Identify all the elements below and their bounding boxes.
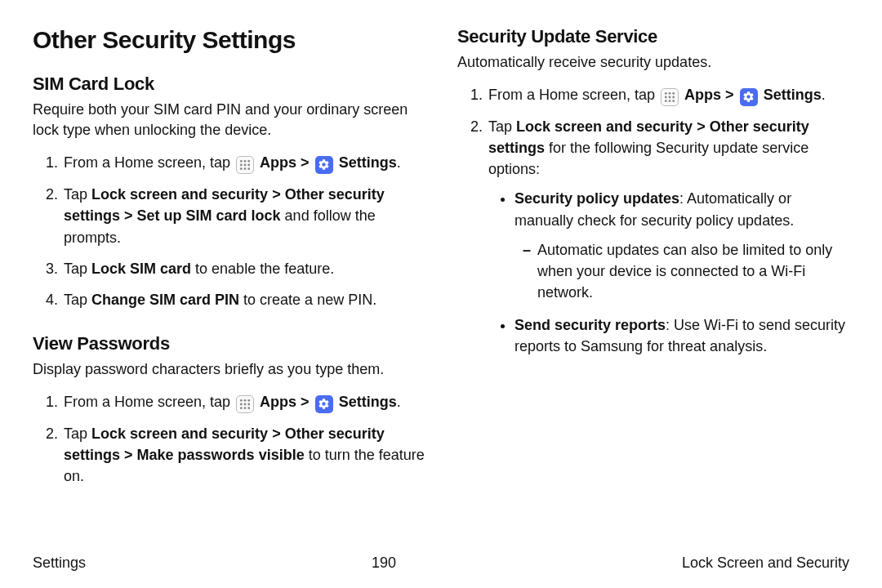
step-bold: Settings bbox=[339, 154, 397, 171]
step-text: to enable the feature. bbox=[191, 261, 334, 277]
step-text: From a Home screen, tap bbox=[64, 394, 234, 410]
step-text: . bbox=[397, 394, 401, 410]
svg-point-18 bbox=[665, 92, 667, 95]
step-text: to create a new PIN. bbox=[239, 292, 376, 308]
bullet-bold: Security policy updates bbox=[514, 190, 679, 207]
svg-point-12 bbox=[240, 403, 243, 406]
footer-right: Lock Screen and Security bbox=[682, 555, 849, 572]
bullet-item: Send security reports: Use Wi‑Fi to send… bbox=[514, 314, 849, 357]
step-bold: Apps bbox=[684, 87, 721, 103]
footer-page-number: 190 bbox=[372, 555, 396, 572]
section-heading-security-update: Security Update Service bbox=[457, 26, 849, 47]
apps-icon bbox=[236, 395, 254, 413]
section-desc: Require both your SIM card PIN and your … bbox=[33, 100, 425, 140]
step-text: Tap bbox=[64, 186, 91, 203]
step-bold: Lock screen and security bbox=[91, 425, 268, 442]
step-bold: Change SIM card PIN bbox=[91, 292, 239, 308]
chevron-icon: > bbox=[272, 186, 281, 203]
svg-point-15 bbox=[240, 407, 243, 409]
step-text: From a Home screen, tap bbox=[64, 154, 234, 171]
step-bold: Lock SIM card bbox=[91, 261, 191, 277]
step-text: Tap bbox=[64, 425, 91, 442]
svg-point-2 bbox=[247, 160, 250, 163]
dash-item: Automatic updates can also be limited to… bbox=[537, 239, 849, 303]
step-text: . bbox=[397, 154, 401, 171]
svg-point-0 bbox=[240, 160, 243, 163]
apps-icon bbox=[236, 156, 254, 174]
svg-point-13 bbox=[244, 403, 247, 406]
steps-list: From a Home screen, tap Apps > Settings.… bbox=[33, 391, 425, 487]
svg-point-23 bbox=[672, 96, 675, 99]
svg-point-9 bbox=[240, 399, 243, 402]
svg-point-26 bbox=[672, 100, 675, 102]
svg-point-24 bbox=[665, 100, 667, 102]
step-bold: Apps bbox=[260, 154, 296, 171]
step-item: Tap Lock screen and security > Other sec… bbox=[62, 184, 425, 247]
chevron-icon: > bbox=[301, 154, 310, 171]
step-bold: Set up SIM card lock bbox=[137, 207, 281, 224]
svg-point-5 bbox=[247, 164, 250, 167]
svg-point-17 bbox=[247, 407, 250, 409]
step-bold: Make passwords visible bbox=[137, 447, 305, 463]
chevron-icon: > bbox=[725, 87, 734, 103]
bullet-list: Security policy updates: Automatically o… bbox=[488, 188, 849, 357]
svg-point-4 bbox=[244, 164, 247, 167]
svg-point-14 bbox=[247, 403, 250, 406]
step-bold: Settings bbox=[339, 394, 397, 410]
apps-icon bbox=[661, 88, 679, 106]
step-bold: Settings bbox=[764, 87, 822, 103]
section-heading-sim-card-lock: SIM Card Lock bbox=[33, 74, 425, 95]
dash-list: Automatic updates can also be limited to… bbox=[514, 239, 849, 303]
svg-point-19 bbox=[669, 92, 671, 95]
step-item: Tap Lock SIM card to enable the feature. bbox=[62, 258, 425, 279]
svg-point-21 bbox=[665, 96, 667, 99]
steps-list: From a Home screen, tap Apps > Settings.… bbox=[33, 152, 425, 310]
settings-icon bbox=[315, 395, 333, 413]
svg-point-11 bbox=[247, 399, 250, 402]
step-text: From a Home screen, tap bbox=[488, 87, 659, 103]
step-item: Tap Change SIM card PIN to create a new … bbox=[62, 289, 425, 310]
svg-point-16 bbox=[244, 407, 247, 409]
chevron-icon: > bbox=[272, 425, 281, 442]
chevron-icon: > bbox=[124, 207, 133, 224]
step-bold: Lock screen and security bbox=[516, 118, 693, 135]
chevron-icon: > bbox=[697, 118, 706, 135]
step-bold: Apps bbox=[260, 394, 296, 410]
step-item: Tap Lock screen and security > Other sec… bbox=[62, 423, 425, 487]
left-column: Other Security Settings SIM Card Lock Re… bbox=[33, 26, 425, 532]
chevron-icon: > bbox=[124, 447, 133, 463]
svg-point-20 bbox=[672, 92, 675, 95]
svg-point-6 bbox=[240, 168, 243, 171]
page-title: Other Security Settings bbox=[33, 26, 425, 54]
step-item: Tap Lock screen and security > Other sec… bbox=[487, 116, 849, 357]
section-heading-view-passwords: View Passwords bbox=[33, 333, 425, 354]
step-text: Tap bbox=[64, 292, 91, 308]
chevron-icon: > bbox=[301, 394, 310, 410]
svg-point-8 bbox=[247, 168, 250, 171]
settings-icon bbox=[740, 88, 758, 106]
right-column: Security Update Service Automatically re… bbox=[457, 26, 849, 532]
svg-point-1 bbox=[244, 160, 247, 163]
svg-point-7 bbox=[244, 168, 247, 171]
footer-left: Settings bbox=[33, 555, 86, 572]
step-item: From a Home screen, tap Apps > Settings. bbox=[62, 391, 425, 413]
svg-point-22 bbox=[669, 96, 671, 99]
svg-point-25 bbox=[669, 100, 671, 102]
step-item: From a Home screen, tap Apps > Settings. bbox=[487, 84, 849, 106]
step-text: Tap bbox=[488, 118, 516, 135]
step-bold: Lock screen and security bbox=[91, 186, 268, 203]
settings-icon bbox=[315, 156, 333, 174]
page-footer: Settings 190 Lock Screen and Security bbox=[33, 555, 849, 572]
step-text: Tap bbox=[64, 261, 91, 277]
section-desc: Automatically receive security updates. bbox=[457, 52, 849, 73]
bullet-item: Security policy updates: Automatically o… bbox=[514, 188, 849, 302]
svg-point-3 bbox=[240, 164, 243, 167]
step-text: . bbox=[822, 87, 826, 103]
bullet-bold: Send security reports bbox=[514, 317, 666, 333]
svg-point-10 bbox=[244, 399, 247, 402]
steps-list: From a Home screen, tap Apps > Settings.… bbox=[457, 84, 849, 357]
step-item: From a Home screen, tap Apps > Settings. bbox=[62, 152, 425, 174]
section-desc: Display password characters briefly as y… bbox=[33, 359, 425, 380]
